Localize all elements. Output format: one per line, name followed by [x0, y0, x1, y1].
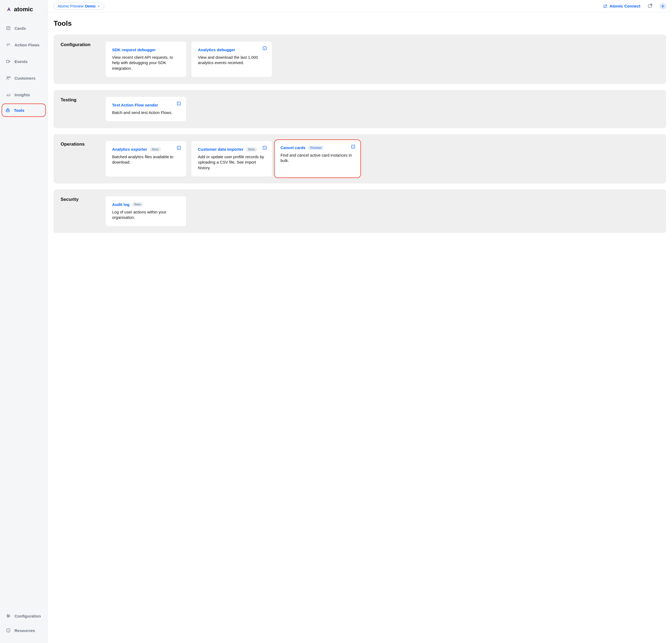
events-icon — [6, 59, 11, 64]
sidebar-item-label: Events — [14, 59, 28, 64]
card-desc: View recent client API requests, to help… — [112, 55, 180, 71]
info-button[interactable] — [176, 101, 181, 107]
section-heading: Security — [61, 196, 100, 226]
card-title: Customer data importer — [198, 147, 244, 151]
info-icon — [351, 144, 356, 149]
sidebar-item-label: Configuration — [14, 614, 41, 618]
sidebar-item-customers[interactable]: Customers — [2, 70, 45, 86]
svg-point-15 — [7, 615, 8, 615]
section-heading: Operations — [61, 141, 100, 177]
atomic-logo-icon — [6, 7, 12, 12]
svg-rect-5 — [9, 77, 11, 78]
avatar-initial: K — [662, 4, 664, 8]
sidebar-item-label: Insights — [14, 93, 30, 97]
sidebar-item-action-flows[interactable]: Action Flows — [2, 37, 45, 52]
insights-icon — [6, 92, 11, 97]
avatar[interactable]: K — [660, 3, 666, 9]
svg-point-17 — [8, 617, 8, 617]
section-heading: Configuration — [61, 41, 100, 77]
card-title: Cancel cards — [281, 145, 305, 150]
info-icon — [176, 101, 181, 106]
chevron-down-icon — [97, 4, 100, 8]
card-audit-log[interactable]: Audit log Beta Log of user actions withi… — [106, 196, 186, 226]
section-heading: Testing — [61, 97, 100, 121]
connect-label: Atomic Connect — [610, 4, 640, 8]
card-desc: View and download the last 1,000 analyti… — [198, 55, 266, 66]
sidebar-item-resources[interactable]: Resources — [2, 623, 45, 638]
card-title: Test Action Flow sender — [112, 103, 158, 107]
info-button[interactable] — [262, 145, 267, 151]
badge-beta: Beta — [132, 202, 143, 206]
card-title: Analytics debugger — [198, 47, 235, 52]
section-testing: Testing Test Action Flow sender Batch an… — [54, 90, 666, 128]
sidebar-item-insights[interactable]: Insights — [2, 87, 45, 102]
env-prefix: Atomic Preview — [58, 4, 83, 8]
badge-beta: Beta — [150, 147, 161, 151]
info-icon — [262, 145, 267, 150]
brand-logo[interactable]: atomic — [0, 6, 48, 20]
info-button[interactable] — [262, 46, 267, 51]
card-desc: Find and cancel active card instances in… — [281, 153, 354, 163]
card-desc: Add or update user profile records by up… — [198, 154, 266, 171]
notifications-icon — [647, 3, 653, 8]
cards-icon — [6, 26, 11, 31]
sidebar-item-cards[interactable]: Cards — [2, 20, 45, 36]
section-security: Security Audit log Beta Log of user acti… — [54, 189, 666, 233]
sidebar-item-label: Cards — [14, 26, 26, 31]
notifications-button[interactable] — [647, 3, 653, 9]
badge-beta: Beta — [246, 147, 257, 151]
card-desc: Batched analytics files available to dow… — [112, 154, 180, 165]
sidebar-item-events[interactable]: Events — [2, 53, 45, 69]
card-desc: Log of user actions within your organisa… — [112, 209, 180, 220]
sidebar-item-label: Customers — [14, 76, 35, 81]
environment-selector[interactable]: Atomic Preview Demo — [54, 3, 104, 10]
info-button[interactable] — [351, 144, 356, 150]
card-analytics-exporter[interactable]: Analytics exporter Beta Batched analytic… — [106, 141, 186, 177]
sidebar-bottom: Configuration Resources — [0, 609, 48, 638]
sidebar-item-label: Tools — [14, 108, 24, 113]
main-nav: Cards Action Flows Events Customers Insi… — [0, 20, 48, 117]
sidebar: atomic Cards Action Flows Events Custome… — [0, 0, 48, 643]
tools-icon — [5, 108, 10, 113]
svg-point-16 — [9, 616, 10, 617]
sidebar-item-label: Resources — [14, 628, 35, 633]
section-configuration: Configuration SDK request debugger View … — [54, 35, 666, 84]
card-analytics-debugger[interactable]: Analytics debugger View and download the… — [192, 41, 272, 77]
atomic-connect-link[interactable]: Atomic Connect — [603, 4, 640, 8]
svg-point-4 — [7, 77, 8, 78]
topbar: Atomic Preview Demo Atomic Connect K — [48, 0, 672, 12]
card-desc: Batch and send test Action Flows. — [112, 110, 180, 115]
resources-icon — [6, 628, 11, 633]
badge-preview: Preview — [308, 146, 323, 150]
section-operations: Operations Analytics exporter Beta Batch… — [54, 134, 666, 183]
info-button[interactable] — [176, 145, 181, 151]
card-customer-data-importer[interactable]: Customer data importer Beta Add or updat… — [192, 141, 272, 177]
configuration-icon — [6, 614, 11, 618]
action-flows-icon — [6, 43, 11, 47]
page-title: Tools — [54, 19, 666, 28]
card-cancel-cards[interactable]: Cancel cards Preview Find and cancel act… — [274, 139, 361, 178]
brand-name: atomic — [14, 6, 33, 13]
card-title: Analytics exporter — [112, 147, 147, 151]
card-title: Audit log — [112, 202, 130, 207]
card-title: SDK request debugger — [112, 47, 156, 52]
svg-rect-3 — [7, 60, 9, 63]
info-icon — [262, 46, 267, 51]
sidebar-item-tools[interactable]: Tools — [2, 104, 46, 117]
info-icon — [176, 145, 181, 150]
env-name: Demo — [85, 4, 96, 8]
card-test-action-flow-sender[interactable]: Test Action Flow sender Batch and send t… — [106, 97, 186, 121]
sidebar-item-label: Action Flows — [14, 43, 39, 47]
card-sdk-request-debugger[interactable]: SDK request debugger View recent client … — [106, 41, 186, 77]
customers-icon — [6, 76, 11, 81]
sidebar-item-configuration[interactable]: Configuration — [2, 609, 45, 623]
external-link-icon — [603, 4, 607, 8]
